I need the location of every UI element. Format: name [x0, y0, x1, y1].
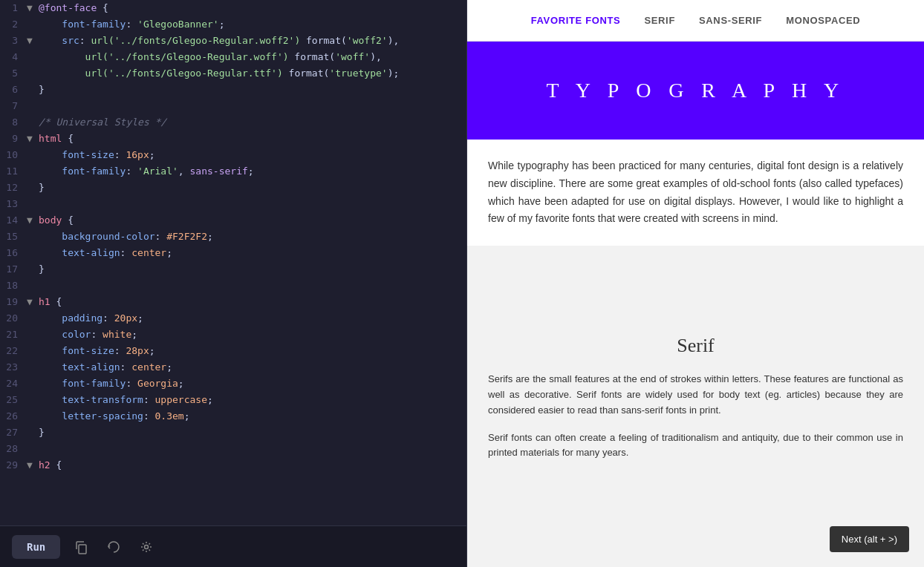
code-line: 9▼html {: [0, 131, 466, 147]
code-text: }: [39, 425, 45, 441]
code-line: 2 font-family: 'GlegooBanner';: [0, 16, 466, 33]
line-number: 2: [0, 16, 27, 33]
fold-arrow[interactable]: ▼: [27, 457, 39, 473]
code-line: 23 text-align: center;: [0, 359, 466, 376]
code-line: 25 text-transform: uppercase;: [0, 392, 466, 408]
code-line: 20 padding: 20px;: [0, 310, 466, 327]
code-line: 10 font-size: 16px;: [0, 147, 466, 163]
svg-point-1: [145, 545, 149, 548]
code-line: 17 }: [0, 261, 466, 278]
code-line: 13: [0, 196, 466, 212]
code-line: 11 font-family: 'Arial', sans-serif;: [0, 163, 466, 180]
line-number: 6: [0, 82, 27, 98]
code-text: padding: 20px;: [39, 310, 143, 327]
editor-panel: 1▼@font-face {2 font-family: 'GlegooBann…: [0, 0, 466, 567]
code-line: 7: [0, 98, 466, 114]
code-text: }: [39, 180, 45, 196]
nav-item-serif[interactable]: SERIF: [644, 15, 675, 26]
code-text: text-align: center;: [39, 359, 172, 376]
code-text: color: white;: [39, 327, 137, 343]
code-line: 19▼h1 {: [0, 294, 466, 310]
preview-intro-text: While typography has been practiced for …: [467, 140, 924, 246]
code-line: 6 }: [0, 82, 466, 98]
nav-item-favorite-fonts[interactable]: FAVORITE FONTS: [531, 15, 621, 26]
code-text: /* Universal Styles */: [39, 114, 166, 131]
next-button[interactable]: Next (alt + >): [830, 526, 909, 552]
svg-rect-0: [79, 545, 86, 554]
preview-gray-divider: [467, 246, 924, 312]
fold-arrow[interactable]: ▼: [27, 0, 39, 16]
preview-hero-title: T Y P O G R A P H Y: [482, 79, 909, 102]
code-line: 8 /* Universal Styles */: [0, 114, 466, 131]
code-text: body {: [39, 212, 74, 229]
line-number: 28: [0, 441, 27, 457]
code-line: 27 }: [0, 425, 466, 441]
preview-intro-paragraph: While typography has been practiced for …: [488, 157, 903, 228]
fold-arrow[interactable]: ▼: [27, 131, 39, 147]
line-number: 3: [0, 33, 27, 49]
code-line: 18: [0, 278, 466, 294]
editor-content: 1▼@font-face {2 font-family: 'GlegooBann…: [0, 0, 466, 567]
code-text: }: [39, 261, 45, 278]
line-number: 7: [0, 98, 27, 114]
code-line: 29▼h2 {: [0, 457, 466, 473]
preview-serif-section: Serif Serifs are the small features at t…: [467, 312, 924, 488]
code-text: font-family: 'GlegooBanner';: [39, 16, 224, 33]
copy-icon[interactable]: [69, 535, 93, 559]
code-text: url('../fonts/Glegoo-Regular.woff') form…: [39, 49, 382, 65]
line-number: 11: [0, 163, 27, 180]
line-number: 14: [0, 212, 27, 229]
preview-panel: FAVORITE FONTS SERIF SANS-SERIF MONOSPAC…: [466, 0, 924, 567]
fold-arrow[interactable]: ▼: [27, 212, 39, 229]
code-text: background-color: #F2F2F2;: [39, 229, 213, 245]
line-number: 10: [0, 147, 27, 163]
line-number: 1: [0, 0, 27, 16]
refresh-icon[interactable]: [102, 535, 126, 559]
code-line: 16 text-align: center;: [0, 245, 466, 261]
code-text: h2 {: [39, 457, 62, 473]
code-text: text-align: center;: [39, 245, 172, 261]
code-line: 24 font-family: Georgia;: [0, 376, 466, 392]
fold-arrow[interactable]: ▼: [27, 294, 39, 310]
code-text: }: [39, 82, 45, 98]
line-number: 25: [0, 392, 27, 408]
line-number: 29: [0, 457, 27, 473]
line-number: 19: [0, 294, 27, 310]
nav-item-sans-serif[interactable]: SANS-SERIF: [699, 15, 762, 26]
line-number: 16: [0, 245, 27, 261]
line-number: 15: [0, 229, 27, 245]
run-button[interactable]: Run: [12, 535, 60, 559]
code-line: 1▼@font-face {: [0, 0, 466, 16]
code-line: 21 color: white;: [0, 327, 466, 343]
line-number: 24: [0, 376, 27, 392]
editor-toolbar: Run: [0, 525, 466, 567]
preview-serif-para2: Serif fonts can often create a feeling o…: [488, 430, 903, 462]
code-text: font-family: Georgia;: [39, 376, 184, 392]
line-number: 12: [0, 180, 27, 196]
line-number: 27: [0, 425, 27, 441]
line-number: 9: [0, 131, 27, 147]
preview-serif-para1: Serifs are the small features at the end…: [488, 372, 903, 418]
preview-serif-heading: Serif: [488, 335, 903, 357]
code-line: 15 background-color: #F2F2F2;: [0, 229, 466, 245]
line-number: 18: [0, 278, 27, 294]
code-text: src: url('../fonts/Glegoo-Regular.woff2'…: [39, 33, 399, 49]
code-text: font-size: 28px;: [39, 343, 155, 359]
code-line: 4 url('../fonts/Glegoo-Regular.woff') fo…: [0, 49, 466, 65]
line-number: 5: [0, 65, 27, 82]
nav-item-monospaced[interactable]: MONOSPACED: [786, 15, 860, 26]
line-number: 4: [0, 49, 27, 65]
line-number: 20: [0, 310, 27, 327]
fold-arrow[interactable]: ▼: [27, 33, 39, 49]
line-number: 17: [0, 261, 27, 278]
line-number: 26: [0, 408, 27, 425]
code-text: font-family: 'Arial', sans-serif;: [39, 163, 254, 180]
line-number: 13: [0, 196, 27, 212]
code-line: 26 letter-spacing: 0.3em;: [0, 408, 466, 425]
code-text: font-size: 16px;: [39, 147, 155, 163]
code-line: 3▼ src: url('../fonts/Glegoo-Regular.wof…: [0, 33, 466, 49]
code-text: @font-face {: [39, 0, 108, 16]
settings-icon[interactable]: [134, 535, 158, 559]
code-text: h1 {: [39, 294, 62, 310]
code-text: letter-spacing: 0.3em;: [39, 408, 190, 425]
